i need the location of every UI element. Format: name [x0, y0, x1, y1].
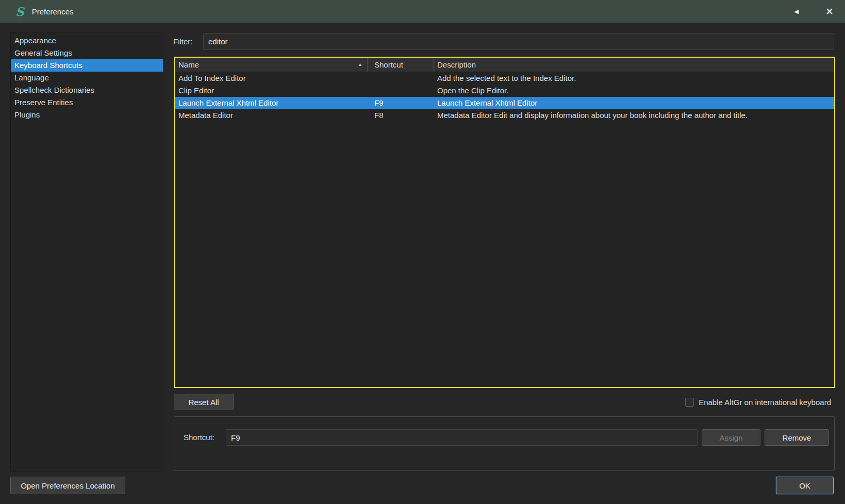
sidebar-item-preserve-entities[interactable]: Preserve Entities: [11, 96, 163, 109]
collapse-arrow-icon[interactable]: ◀: [794, 8, 799, 15]
cell-shortcut: [368, 72, 434, 85]
cell-description: Launch External Xhtml Editor: [434, 97, 834, 109]
table-row[interactable]: Clip Editor Open the Clip Editor.: [175, 85, 834, 97]
cell-shortcut: F8: [368, 109, 434, 122]
sidebar-item-appearance[interactable]: Appearance: [11, 35, 163, 47]
preferences-category-list: Appearance General Settings Keyboard Sho…: [10, 32, 163, 472]
window-title: Preferences: [32, 7, 74, 16]
sigil-logo-icon: S: [15, 6, 24, 18]
open-preferences-location-button[interactable]: Open Preferences Location: [10, 477, 125, 494]
cell-name: Clip Editor: [175, 85, 368, 97]
column-header-shortcut-label: Shortcut: [374, 60, 403, 69]
altgr-checkbox-row[interactable]: Enable AltGr on international keyboard: [685, 395, 831, 409]
remove-button[interactable]: Remove: [765, 429, 829, 446]
column-header-description[interactable]: Description: [434, 58, 834, 72]
ok-button[interactable]: OK: [776, 477, 834, 494]
sidebar-item-spellcheck-dictionaries[interactable]: Spellcheck Dictionaries: [11, 84, 163, 96]
reset-all-button[interactable]: Reset All: [174, 394, 234, 410]
cell-description: Add the selected text to the Index Edito…: [434, 72, 834, 85]
preferences-window: S Preferences ◀ ✕ Appearance General Set…: [0, 0, 845, 504]
table-header: Name ▲ Shortcut Description: [175, 58, 834, 72]
table-row[interactable]: Metadata Editor F8 Metadata Editor Edit …: [175, 109, 834, 122]
window-controls: ◀ ✕: [794, 0, 845, 23]
filter-label: Filter:: [173, 36, 193, 47]
filter-input[interactable]: [203, 33, 834, 50]
cell-name: Metadata Editor: [175, 109, 368, 122]
table-row[interactable]: Add To Index Editor Add the selected tex…: [175, 72, 834, 85]
column-header-name-label: Name: [178, 60, 199, 69]
close-icon[interactable]: ✕: [825, 6, 834, 18]
cell-shortcut: [368, 85, 434, 97]
sidebar-item-keyboard-shortcuts[interactable]: Keyboard Shortcuts: [11, 59, 163, 72]
table-row-selected[interactable]: Launch External Xhtml Editor F9 Launch E…: [175, 97, 834, 109]
cell-name: Add To Index Editor: [175, 72, 368, 85]
cell-description: Metadata Editor Edit and display informa…: [434, 109, 834, 122]
column-header-shortcut[interactable]: Shortcut: [368, 58, 434, 72]
sidebar-item-plugins[interactable]: Plugins: [11, 109, 163, 121]
altgr-checkbox-label: Enable AltGr on international keyboard: [699, 398, 831, 407]
sidebar-item-language[interactable]: Language: [11, 72, 163, 84]
sidebar-item-general-settings[interactable]: General Settings: [11, 47, 163, 59]
shortcut-editor-groupbox: Shortcut: Assign Remove: [174, 416, 835, 471]
column-header-name[interactable]: Name ▲: [175, 58, 368, 72]
cell-name: Launch External Xhtml Editor: [175, 97, 368, 109]
titlebar: S Preferences ◀ ✕: [0, 0, 845, 23]
shortcuts-table: Name ▲ Shortcut Description Add To Index…: [174, 57, 835, 388]
shortcut-input[interactable]: [226, 429, 698, 446]
cell-shortcut: F9: [368, 97, 434, 109]
assign-button[interactable]: Assign: [702, 429, 760, 446]
cell-description: Open the Clip Editor.: [434, 85, 834, 97]
altgr-checkbox[interactable]: [685, 398, 694, 407]
shortcut-label: Shortcut:: [184, 429, 214, 446]
column-header-description-label: Description: [437, 60, 476, 69]
sort-ascending-icon: ▲: [358, 58, 362, 72]
